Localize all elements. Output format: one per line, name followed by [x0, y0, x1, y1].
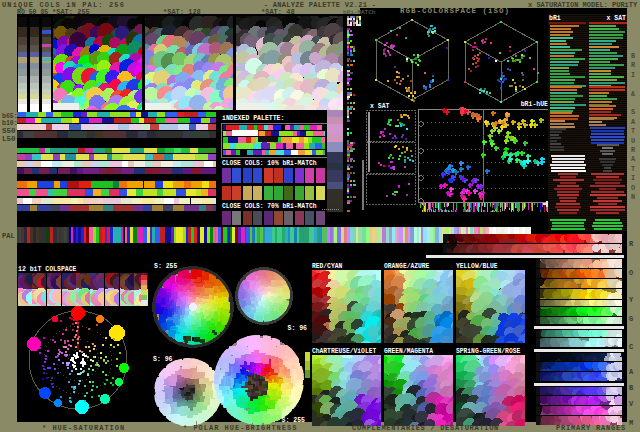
svg-text:x SAT: x SAT — [606, 15, 626, 22]
svg-text:M: M — [629, 419, 633, 427]
svg-text:SPRiNG-GREEN/ROSE: SPRiNG-GREEN/ROSE — [456, 348, 520, 355]
svg-text:iNDEXED PALETTE:: iNDEXED PALETTE: — [222, 115, 284, 122]
svg-text:bRi: bRi — [549, 15, 561, 22]
svg-text:I: I — [631, 174, 635, 182]
svg-text:G: G — [629, 315, 633, 323]
svg-text:YELLOW/BLUE: YELLOW/BLUE — [456, 263, 498, 270]
svg-text:PAL: PAL — [2, 232, 15, 240]
svg-text:CLOSE COLS: 10% bRi-MATCh: CLOSE COLS: 10% bRi-MATCh — [222, 160, 317, 167]
svg-text:b65:: b65: — [2, 113, 18, 120]
svg-text:S: S — [631, 108, 635, 116]
svg-text:S50: S50 — [2, 127, 16, 135]
svg-text:S: 96: S: 96 — [287, 325, 307, 332]
svg-text:COMPLEMENTARIES / DESATURATION: COMPLEMENTARIES / DESATURATION — [352, 424, 499, 432]
svg-text:S: 255: S: 255 — [154, 263, 178, 270]
svg-text:C: C — [629, 343, 633, 351]
svg-text:N: N — [631, 193, 635, 201]
svg-text:12 biT COLSPACE: 12 biT COLSPACE — [18, 266, 77, 273]
svg-text:b10:: b10: — [2, 120, 18, 127]
svg-text:S: 96: S: 96 — [153, 356, 173, 363]
svg-text:L50: L50 — [2, 135, 16, 143]
svg-text:RGB-COLORSPACE (iSO): RGB-COLORSPACE (iSO) — [400, 7, 510, 15]
svg-text:bRi-MATCh: bRi-MATCh — [343, 9, 376, 16]
svg-text:*SAT: 48: *SAT: 48 — [261, 8, 295, 16]
svg-text:x SAT: x SAT — [370, 103, 390, 110]
svg-text:RO 50 85: RO 50 85 — [17, 9, 48, 16]
svg-text:RED/CYAN: RED/CYAN — [312, 263, 342, 270]
svg-text:B: B — [631, 52, 635, 60]
svg-text:*SAT: 255: *SAT: 255 — [52, 8, 90, 16]
svg-text:bRi-hUE: bRi-hUE — [521, 101, 548, 108]
svg-text:ChARTREUSE/ViOLET: ChARTREUSE/ViOLET — [312, 348, 376, 355]
svg-text:T: T — [631, 127, 635, 135]
svg-text:GREEN/MAGENTA: GREEN/MAGENTA — [384, 348, 433, 355]
svg-text:* POLAR HUE-BRIGHTNESS: * POLAR HUE-BRIGHTNESS — [183, 424, 297, 432]
svg-text:x SATURATION MODEL: PURiTY: x SATURATION MODEL: PURiTY — [528, 1, 638, 9]
svg-text:ORANGE/AZURE: ORANGE/AZURE — [384, 263, 430, 270]
svg-text:I: I — [631, 71, 635, 79]
svg-text:PRIMARY RANGES: PRIMARY RANGES — [556, 424, 626, 432]
svg-text:O: O — [629, 269, 633, 277]
svg-text:CLOSE COLS: 70% bRi-MATCh: CLOSE COLS: 70% bRi-MATCh — [222, 203, 317, 210]
svg-text:O: O — [631, 184, 635, 192]
svg-text:T: T — [631, 165, 635, 173]
svg-text:*SAT: 128: *SAT: 128 — [163, 8, 201, 16]
svg-text:U: U — [631, 137, 635, 145]
svg-text:* HUE-SATURATION: * HUE-SATURATION — [42, 424, 125, 432]
